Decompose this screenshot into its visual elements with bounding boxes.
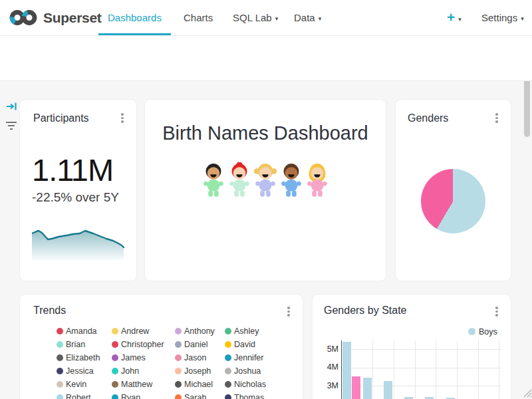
- legend-label: Jason: [184, 353, 206, 362]
- filter-bar-toggle[interactable]: [5, 120, 17, 134]
- caret-down-icon: ▾: [319, 15, 322, 22]
- legend-label: Anthony: [184, 327, 215, 336]
- chart-card-participants: Participants 1.11M -22.5% over 5Y: [20, 100, 136, 281]
- bar-boys-0[interactable]: [342, 342, 351, 399]
- bar-boys-3[interactable]: [384, 381, 392, 399]
- legend-dot-icon: [175, 394, 182, 399]
- caret-down-icon: ▾: [521, 15, 524, 22]
- legend-label: Elizabeth: [66, 353, 100, 362]
- legend-item-jennifer[interactable]: Jennifer: [225, 351, 288, 364]
- legend-dot-icon: [225, 328, 231, 334]
- legend-label: Thomas: [234, 393, 264, 399]
- bar-chart-plot: [313, 295, 511, 399]
- nav-tab-label: Dashboards: [108, 12, 162, 23]
- legend-dot-icon: [175, 328, 182, 334]
- chart-menu-kebab-icon[interactable]: [118, 110, 127, 126]
- superset-logo[interactable]: Superset: [9, 9, 101, 27]
- legend-label: Jennifer: [234, 353, 263, 362]
- chart-title: Trends: [33, 305, 66, 317]
- settings-menu[interactable]: Settings▾: [481, 0, 524, 36]
- new-item-button[interactable]: +▾: [447, 0, 462, 36]
- legend-dot-icon: [112, 381, 118, 388]
- gridline: [372, 340, 373, 399]
- legend-item-kevin[interactable]: Kevin: [57, 378, 112, 391]
- legend-dot-icon: [57, 328, 63, 334]
- legend-label: Sarah: [184, 393, 206, 399]
- plus-icon: +: [447, 9, 455, 25]
- legend-dot-icon: [112, 394, 118, 399]
- legend-dot-icon: [112, 328, 118, 334]
- arrow-to-bar-icon: [6, 101, 17, 112]
- legend-item-elizabeth[interactable]: Elizabeth: [57, 351, 112, 364]
- legend-label: Matthew: [121, 380, 152, 389]
- legend-item-matthew[interactable]: Matthew: [112, 378, 175, 391]
- active-tab-underline: [98, 33, 171, 35]
- nav-tab-charts[interactable]: Charts: [184, 0, 213, 36]
- legend-item-joseph[interactable]: Joseph: [175, 364, 225, 378]
- legend-item-brian[interactable]: Brian: [57, 338, 112, 351]
- resize-handle-icon[interactable]: [521, 387, 532, 399]
- infinity-logo-icon: [9, 9, 37, 27]
- legend-dot-icon: [225, 341, 231, 348]
- legend-label: Jessica: [66, 366, 94, 376]
- legend-item-jessica[interactable]: Jessica: [57, 364, 112, 378]
- chart-legend: AmandaAndrewAnthonyAshleyBrianChristophe…: [57, 325, 288, 399]
- legend-item-amanda[interactable]: Amanda: [57, 325, 112, 338]
- big-number-value: 1.11M: [32, 152, 113, 188]
- legend-dot-icon: [225, 354, 231, 361]
- legend-label: Amanda: [66, 327, 97, 336]
- bar-boys-5[interactable]: [425, 397, 434, 399]
- nav-tab-data[interactable]: Data▾: [294, 0, 321, 36]
- legend-label: Michael: [184, 380, 213, 389]
- chart-card-trends: Trends AmandaAndrewAnthonyAshleyBrianChr…: [20, 295, 303, 399]
- pie-chart[interactable]: [421, 169, 485, 233]
- chart-title: Participants: [33, 112, 89, 124]
- filter-lines-icon: [5, 120, 17, 131]
- legend-item-david[interactable]: David: [225, 338, 288, 351]
- legend-item-christopher[interactable]: Christopher: [112, 338, 175, 351]
- gridline: [478, 340, 479, 399]
- legend-label: John: [121, 366, 139, 376]
- legend-item-daniel[interactable]: Daniel: [175, 338, 225, 351]
- nav-tab-dashboards[interactable]: Dashboards: [108, 0, 162, 36]
- nav-tab-sql-lab[interactable]: SQL Lab▾: [233, 0, 278, 36]
- legend-item-ryan[interactable]: Ryan: [112, 391, 175, 399]
- legend-item-john[interactable]: John: [112, 364, 175, 378]
- legend-label: Kevin: [66, 380, 86, 389]
- bar-boys-2[interactable]: [363, 378, 372, 399]
- gridline: [394, 340, 394, 399]
- legend-item-thomas[interactable]: Thomas: [225, 391, 288, 399]
- legend-item-sarah[interactable]: Sarah: [175, 391, 225, 399]
- bar-girls-1[interactable]: [352, 376, 360, 399]
- legend-label: Ryan: [121, 393, 140, 399]
- legend-item-anthony[interactable]: Anthony: [175, 325, 225, 338]
- legend-item-nicholas[interactable]: Nicholas: [225, 378, 288, 391]
- legend-dot-icon: [175, 368, 182, 374]
- legend-item-robert[interactable]: Robert: [57, 391, 112, 399]
- legend-dot-icon: [225, 381, 231, 388]
- legend-item-james[interactable]: James: [112, 351, 175, 364]
- chart-menu-kebab-icon[interactable]: [492, 110, 501, 126]
- baby-figure-4: [279, 162, 304, 198]
- legend-dot-icon: [112, 354, 118, 361]
- chart-title: Genders: [408, 112, 448, 124]
- legend-dot-icon: [175, 341, 182, 348]
- legend-item-ashley[interactable]: Ashley: [225, 325, 288, 338]
- baby-figure-2: [227, 162, 252, 198]
- legend-label: Robert: [66, 393, 91, 399]
- chart-menu-kebab-icon[interactable]: [284, 304, 293, 319]
- baby-figure-3: [253, 162, 278, 198]
- legend-item-andrew[interactable]: Andrew: [112, 325, 175, 338]
- bar-boys-4[interactable]: [404, 397, 413, 399]
- legend-label: Andrew: [121, 327, 149, 336]
- legend-label: Joshua: [234, 366, 261, 376]
- gridline: [499, 340, 499, 399]
- markdown-card: Birth Names Dashboard: [145, 100, 386, 281]
- legend-item-jason[interactable]: Jason: [175, 351, 225, 364]
- expand-filter-bar-button[interactable]: [6, 101, 17, 114]
- legend-item-joshua[interactable]: Joshua: [225, 364, 288, 378]
- caret-down-icon: ▾: [458, 16, 462, 23]
- legend-dot-icon: [57, 381, 63, 388]
- legend-item-michael[interactable]: Michael: [175, 378, 225, 391]
- dashboard-header: [0, 36, 532, 81]
